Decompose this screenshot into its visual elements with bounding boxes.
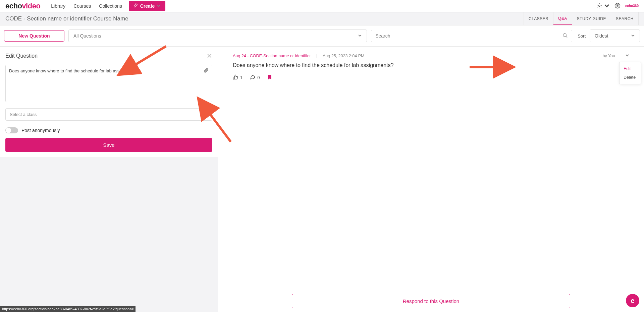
question-author: by You	[602, 54, 615, 58]
user-icon[interactable]	[614, 3, 621, 9]
respond-button[interactable]: Respond to this Question	[292, 294, 570, 308]
search-box[interactable]	[371, 30, 572, 42]
question-filter-value: All Questions	[73, 33, 101, 39]
create-button[interactable]: Create	[129, 1, 166, 11]
question-context-menu: Edit Delete	[619, 62, 641, 84]
logo-part1: echo	[5, 2, 22, 10]
left-panel: Edit Question ✕ Select a class Post anon…	[0, 47, 218, 312]
wand-icon	[133, 3, 138, 9]
logo[interactable]: echovideo	[5, 2, 40, 10]
create-label: Create	[140, 3, 155, 9]
question-actions: 1 0	[233, 74, 629, 87]
comment-icon	[250, 74, 255, 81]
chevron-down-icon	[157, 3, 161, 9]
meta-separator: |	[316, 54, 317, 58]
svg-point-3	[563, 34, 566, 37]
select-class-dropdown[interactable]: Select a class	[5, 108, 212, 121]
status-url: https://echo360.org/section/bab2be83-048…	[0, 306, 136, 312]
question-textarea-wrap	[5, 65, 212, 102]
paperclip-icon[interactable]	[203, 68, 209, 74]
post-anon-toggle[interactable]	[5, 127, 18, 133]
respond-bar: Respond to this Question	[233, 294, 629, 308]
svg-point-0	[599, 5, 600, 6]
question-class-link[interactable]: Aug 24 - CODE-Section name or identifier	[233, 54, 311, 58]
sort-select[interactable]: Oldest	[590, 29, 640, 42]
tab-classes[interactable]: CLASSES	[524, 12, 553, 25]
nav-courses[interactable]: Courses	[73, 3, 91, 9]
thumbs-up-icon	[233, 74, 238, 81]
right-panel: Aug 24 - CODE-Section name or identifier…	[218, 47, 644, 312]
save-button[interactable]: Save	[5, 138, 212, 152]
chevron-down-icon	[358, 33, 362, 39]
edit-question-title: Edit Question	[5, 53, 38, 59]
tab-study-guide[interactable]: STUDY GUIDE	[572, 12, 611, 25]
sort-value: Oldest	[595, 33, 608, 39]
question-date: Aug 25, 2023 2:04 PM	[323, 54, 364, 58]
chevron-down-icon	[631, 33, 635, 39]
top-nav: echovideo Library Courses Collections Cr…	[0, 0, 644, 12]
like-count: 1	[240, 75, 243, 80]
post-anon-label: Post anonymously	[21, 128, 60, 133]
close-icon[interactable]: ✕	[207, 52, 212, 60]
post-anon-row: Post anonymously	[5, 127, 212, 133]
svg-point-2	[617, 4, 619, 6]
edit-question-card: Edit Question ✕ Select a class Post anon…	[0, 47, 218, 157]
echo360-tag[interactable]: echo360	[625, 4, 639, 8]
bookmark-icon	[267, 74, 272, 81]
question-meta: Aug 24 - CODE-Section name or identifier…	[233, 53, 629, 58]
sort-label: Sort	[578, 34, 586, 39]
help-badge[interactable]: e	[626, 294, 639, 307]
menu-edit[interactable]: Edit	[620, 64, 641, 73]
main-split: Edit Question ✕ Select a class Post anon…	[0, 47, 644, 312]
course-title: CODE - Section name or identifier Course…	[5, 15, 128, 22]
course-tabs: CLASSES Q&A STUDY GUIDE SEARCH	[524, 12, 639, 25]
question-textarea[interactable]	[9, 68, 199, 99]
menu-delete[interactable]: Delete	[620, 73, 641, 82]
nav-collections[interactable]: Collections	[99, 3, 122, 9]
logo-part2: video	[22, 2, 40, 10]
select-class-placeholder: Select a class	[10, 112, 37, 117]
search-input[interactable]	[375, 33, 562, 39]
nav-links: Library Courses Collections	[51, 3, 122, 9]
gear-icon[interactable]	[596, 3, 602, 9]
question-menu-chevron-icon[interactable]	[625, 53, 629, 58]
chevron-down-icon[interactable]	[604, 3, 610, 9]
question-text: Does anyone know where to find the sched…	[233, 62, 629, 68]
nav-library[interactable]: Library	[51, 3, 65, 9]
search-icon[interactable]	[562, 33, 568, 39]
bookmark-button[interactable]	[267, 74, 272, 81]
like-button[interactable]: 1	[233, 74, 243, 81]
comments-button[interactable]: 0	[250, 74, 260, 81]
chevron-down-icon	[204, 112, 208, 117]
tab-search[interactable]: SEARCH	[611, 12, 639, 25]
top-right-icons: echo360	[596, 3, 639, 9]
secondary-bar: CODE - Section name or identifier Course…	[0, 12, 644, 25]
tab-qa[interactable]: Q&A	[553, 12, 572, 25]
filter-bar: New Question All Questions Sort Oldest	[0, 25, 644, 47]
question-filter-select[interactable]: All Questions	[68, 29, 367, 42]
new-question-button[interactable]: New Question	[4, 30, 64, 42]
comment-count: 0	[257, 75, 260, 80]
